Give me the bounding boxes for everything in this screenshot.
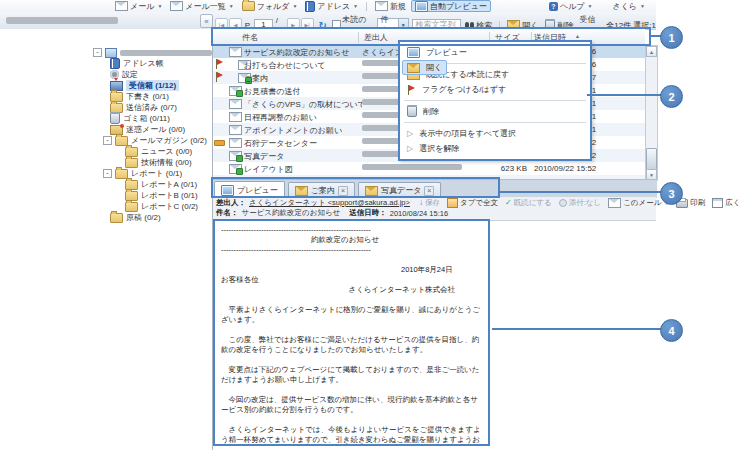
menu-select-all-visible-label: 表示中の項目をすべて選択 [419, 128, 516, 139]
sakura-menu[interactable]: さくら▼ [609, 1, 648, 12]
tab-bar: プレビューご案内×写真データ× [213, 179, 657, 198]
this-mail-menu-label: このメール [623, 198, 661, 208]
close-tab-icon[interactable]: × [338, 186, 348, 196]
sidebar-item-report-b[interactable]: レポートB (0/1) [0, 190, 212, 201]
help-menu[interactable]: ?ヘルプ▼ [546, 1, 596, 12]
row-subject: 石狩データセンター [244, 138, 317, 149]
folder-label: 下書き (0/1) [126, 91, 169, 102]
folder-icon [110, 213, 123, 223]
folder-label: アドレス帳 [123, 58, 164, 69]
mail-list-menu[interactable]: メール一覧▼ [167, 1, 236, 12]
menu-toggle-flag[interactable]: フラグをつける/はずす [402, 82, 588, 97]
tab-preview[interactable]: プレビュー [214, 181, 285, 198]
print-tool-label: 印刷 [690, 198, 705, 208]
menu-deselect[interactable]: ▷選択を解除 [402, 141, 588, 156]
tab-shashin-data-label: 写真データ [381, 185, 421, 196]
callout-3: 3 [660, 182, 683, 205]
subject-label: 件名： [216, 208, 239, 218]
folder-label: 技術情報 (0/0) [141, 157, 192, 168]
menu-separator [404, 122, 586, 123]
sidebar-item-mail-magazine[interactable]: -メールマガジン (0/2) [0, 135, 212, 146]
column-subject[interactable]: 件名 [242, 32, 258, 43]
row-date: 2010/09/22 15:52 [534, 164, 596, 173]
subject-value: サービス約款改定のお知らせ [242, 208, 341, 218]
widen-tool[interactable]: 広く [712, 198, 740, 208]
auto-preview-toggle[interactable]: 自動プレビュー [411, 0, 491, 12]
webmail-app: メール▼メール一覧▼フォルダ▼アドレス▼新規自動プレビュー ?ヘルプ▼さくら▼ … [0, 0, 740, 450]
scroll-up-icon[interactable]: ▲ [646, 46, 657, 57]
address-menu[interactable]: アドレス▼ [302, 1, 361, 12]
callout-line-4 [492, 328, 661, 330]
sidebar-item-addressbook[interactable]: アドレス帳 [0, 58, 212, 69]
sidebar-item-settings[interactable]: 設定 [0, 69, 212, 80]
sidebar-item-trash[interactable]: ゴミ箱 (0/11) [0, 113, 212, 124]
row-subject: 「さくらのVPS」の取材について [244, 99, 362, 110]
cursor-icon: ▷ [407, 145, 413, 153]
sidebar-item-report-a[interactable]: レポートA (0/1) [0, 179, 212, 190]
menu-mark-read-unread-label: 既読にする/未読に戻す [426, 69, 509, 80]
tab-goannai-label: ご案内 [311, 185, 335, 196]
expander-icon[interactable]: - [103, 169, 112, 178]
callout-1: 1 [660, 26, 683, 49]
folder-label: レポートC (0/2) [141, 201, 198, 212]
sidebar-item-report-c[interactable]: レポートC (0/2) [0, 201, 212, 212]
sidebar-item-news[interactable]: ニュース (0/0) [0, 146, 212, 157]
open-in-tab-tool[interactable]: タブで全文 [447, 198, 498, 208]
row-sender-redacted [362, 164, 462, 170]
sidebar-item-inbox[interactable]: 受信箱 (1/12) [0, 80, 212, 91]
folder-menu[interactable]: フォルダ▼ [239, 1, 301, 12]
close-tab-icon[interactable]: × [424, 186, 434, 196]
column-divider [358, 32, 359, 43]
tab-goannai[interactable]: ご案内× [288, 182, 355, 198]
this-mail-menu[interactable]: このメール▼ [608, 198, 669, 208]
menu-delete[interactable]: 削除 [402, 104, 588, 119]
mail-y-icon [407, 70, 420, 80]
account-node[interactable]: - [0, 47, 212, 58]
mark-read-tool-icon: ✓ [505, 199, 512, 207]
row-subject: お打ち合わせについて [244, 60, 326, 71]
menu-separator [404, 63, 586, 64]
callout-line-3 [500, 191, 661, 193]
tab-preview-label: プレビュー [237, 185, 278, 196]
new-mail-button[interactable]: 新規 [372, 1, 409, 12]
callout-4: 4 [660, 319, 683, 342]
computer-icon [105, 48, 117, 58]
expander-icon[interactable]: - [93, 48, 102, 57]
save-tool-icon: ↓ [419, 199, 423, 207]
context-menu: プレビュー開く既読にする/未読に戻すフラグをつける/はずす削除▷表示中の項目をす… [398, 40, 592, 161]
main-toolbar-left: メール▼メール一覧▼フォルダ▼アドレス▼新規自動プレビュー [0, 0, 491, 12]
book-icon [110, 58, 120, 69]
expander-icon[interactable]: - [103, 136, 112, 145]
menu-select-all-visible[interactable]: ▷表示中の項目をすべて選択 [402, 126, 588, 141]
collapse-sidebar-button[interactable]: « [200, 14, 213, 28]
row-subject: ご案内 [244, 73, 268, 84]
mail-icon [229, 125, 242, 135]
sidebar-item-sent[interactable]: 送信済み (0/7) [0, 102, 212, 113]
auto-preview-toggle-label: 自動プレビュー [430, 1, 487, 12]
sidebar-item-tech-info[interactable]: 技術情報 (0/0) [0, 157, 212, 168]
mail-icon [229, 138, 242, 148]
folder-label: 受信箱 (1/12) [126, 80, 179, 91]
sidebar-item-drafts[interactable]: 下書き (0/1) [0, 91, 212, 102]
help-menu-label: ヘルプ [560, 1, 585, 12]
date-label: 送信日時： [349, 208, 387, 218]
flag-icon [407, 85, 416, 95]
list-scrollbar[interactable]: ▲ ▼ [645, 45, 658, 181]
menu-mark-read-unread[interactable]: 既読にする/未読に戻す [402, 67, 588, 82]
row-subject: アポイントメントのお願い [244, 125, 342, 136]
message-row[interactable]: レイアウト図623 KB2010/09/22 15:52 [213, 162, 645, 175]
sidebar-item-manuscript[interactable]: 原稿 (0/2) [0, 212, 212, 223]
flag-icon [215, 59, 224, 69]
mail-menu[interactable]: メール▼ [112, 1, 165, 12]
scrollbar-thumb[interactable] [646, 148, 657, 170]
folder-label: 迷惑メール (0/0) [126, 124, 185, 135]
sender-link[interactable]: さくらインターネット <support@sakura.ad.jp> [249, 198, 410, 208]
sidebar-item-spam[interactable]: 迷惑メール (0/0) [0, 124, 212, 135]
sidebar-item-report[interactable]: -レポート (0/1) [0, 168, 212, 179]
menu-preview-label: プレビュー [426, 47, 467, 58]
column-sender[interactable]: 差出人 [364, 32, 388, 43]
callout-line-2 [587, 94, 661, 96]
tab-shashin-data[interactable]: 写真データ× [358, 182, 441, 198]
menu-preview[interactable]: プレビュー [402, 45, 588, 60]
menu-deselect-label: 選択を解除 [419, 143, 459, 154]
